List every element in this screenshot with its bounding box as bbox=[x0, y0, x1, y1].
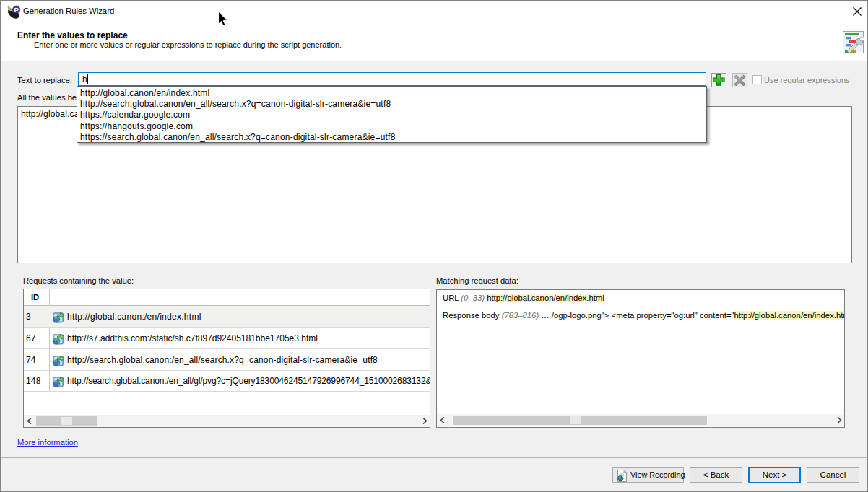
svg-text:P: P bbox=[14, 6, 19, 14]
